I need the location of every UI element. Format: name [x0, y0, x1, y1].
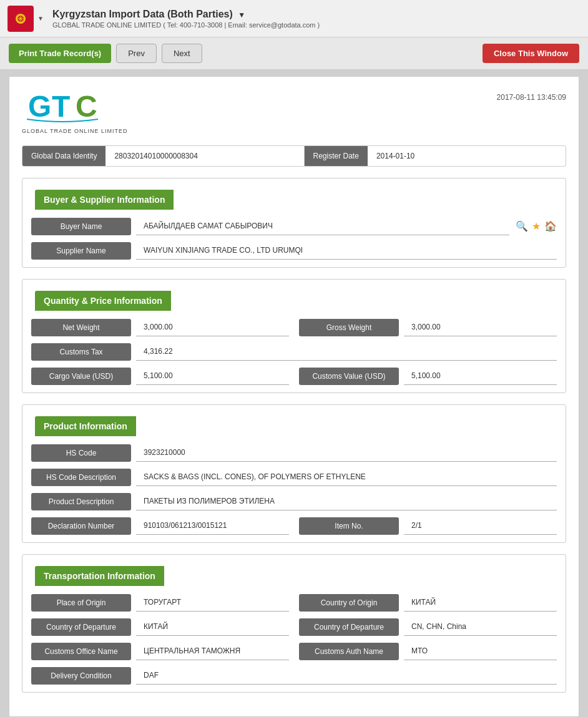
customs-auth-item: Customs Auth Name МТО: [299, 642, 557, 660]
prev-button[interactable]: Prev: [116, 44, 157, 63]
supplier-name-row: Supplier Name WAIYUN XINJIANG TRADE CO.,…: [31, 241, 557, 260]
place-origin-label: Place of Origin: [31, 594, 131, 612]
net-weight-value: 3,000.00: [136, 318, 289, 336]
item-no-value: 2/1: [404, 517, 557, 535]
hs-code-label: HS Code: [31, 444, 131, 462]
gross-weight-value: 3,000.00: [404, 318, 557, 336]
customs-tax-label: Customs Tax: [31, 343, 131, 361]
print-button[interactable]: Print Trade Record(s): [9, 44, 111, 63]
quantity-price-section: Quantity & Price Information Net Weight …: [22, 279, 566, 393]
page-title: Kyrgyzstan Import Data (Both Parties) ▼: [52, 9, 581, 20]
departure-row: Country of Departure КИТАЙ Country of De…: [31, 618, 557, 636]
transportation-body: Place of Origin ТОРУГАРТ Country of Orig…: [22, 586, 566, 692]
customs-auth-value: МТО: [404, 642, 557, 660]
product-desc-label: Product Description: [31, 493, 131, 510]
country-origin-value: КИТАЙ: [404, 593, 557, 612]
top-bar: ▼ Kyrgyzstan Import Data (Both Parties) …: [0, 0, 588, 37]
customs-office-item: Customs Office Name ЦЕНТРАЛЬНАЯ ТАМОЖНЯ: [31, 642, 289, 660]
svg-text:C: C: [76, 90, 97, 123]
search-icon[interactable]: 🔍: [516, 220, 528, 232]
flag-dropdown-arrow[interactable]: ▼: [37, 15, 44, 22]
company-name: GLOBAL TRADE ONLINE LIMITED: [22, 128, 128, 134]
country-departure2-value: CN, CHN, China: [404, 618, 557, 636]
customs-office-value: ЦЕНТРАЛЬНАЯ ТАМОЖНЯ: [136, 642, 289, 660]
transportation-title: Transportation Information: [35, 566, 164, 586]
datetime: 2017-08-11 13:45:09: [497, 93, 566, 102]
country-origin-label: Country of Origin: [299, 594, 399, 612]
cargo-value-item: Cargo Value (USD) 5,100.00: [31, 367, 289, 385]
declaration-item: Declaration Number 910103/061213/0015121: [31, 517, 289, 535]
buyer-supplier-body: Buyer Name АБАЙЫЛДАЕВ САМАТ САБЫРОВИЧ 🔍 …: [22, 210, 566, 267]
register-date-value: 2014-01-10: [368, 146, 566, 166]
transportation-section: Transportation Information Place of Orig…: [22, 554, 566, 693]
country-origin-item: Country of Origin КИТАЙ: [299, 593, 557, 612]
product-title: Product Information: [35, 416, 136, 436]
country-departure-label: Country of Departure: [31, 618, 131, 636]
next-button[interactable]: Next: [162, 44, 202, 63]
product-desc-value: ПАКЕТЫ ИЗ ПОЛИМЕРОВ ЭТИЛЕНА: [136, 492, 557, 510]
net-weight-label: Net Weight: [31, 319, 131, 336]
main-content: G T C GLOBAL TRADE ONLINE LIMITED 2017-0…: [9, 76, 579, 717]
delivery-label: Delivery Condition: [31, 667, 131, 685]
star-icon[interactable]: ★: [532, 220, 541, 232]
declaration-row: Declaration Number 910103/061213/0015121…: [31, 517, 557, 535]
identity-row: Global Data Identity 2803201401000000830…: [22, 145, 566, 167]
declaration-value: 910103/061213/0015121: [136, 517, 289, 535]
quantity-price-title: Quantity & Price Information: [35, 291, 171, 311]
customs-value-label: Customs Value (USD): [299, 368, 399, 385]
delivery-value: DAF: [136, 666, 557, 685]
customs-auth-label: Customs Auth Name: [299, 643, 399, 660]
buyer-name-row: Buyer Name АБАЙЫЛДАЕВ САМАТ САБЫРОВИЧ 🔍 …: [31, 217, 557, 235]
hs-desc-label: HS Code Description: [31, 469, 131, 486]
customs-tax-row: Customs Tax 4,316.22: [31, 343, 557, 361]
country-departure2-label: Country of Departure: [299, 618, 399, 636]
svg-text:T: T: [52, 90, 70, 123]
quantity-price-body: Net Weight 3,000.00 Gross Weight 3,000.0…: [22, 311, 566, 393]
hs-code-row: HS Code 3923210000: [31, 444, 557, 462]
hs-desc-row: HS Code Description SACKS & BAGS (INCL. …: [31, 468, 557, 486]
header-title-block: Kyrgyzstan Import Data (Both Parties) ▼ …: [52, 9, 581, 29]
svg-text:G: G: [28, 90, 51, 123]
gross-weight-label: Gross Weight: [299, 319, 399, 336]
hs-desc-value: SACKS & BAGS (INCL. CONES), OF POLYMERS …: [136, 468, 557, 486]
global-data-value: 28032014010000008304: [105, 146, 304, 166]
flag-icon: [7, 6, 34, 32]
customs-row: Customs Office Name ЦЕНТРАЛЬНАЯ ТАМОЖНЯ …: [31, 642, 557, 660]
customs-value-item: Customs Value (USD) 5,100.00: [299, 367, 557, 385]
register-date-label: Register Date: [305, 146, 368, 166]
country-departure-item: Country of Departure КИТАЙ: [31, 618, 289, 636]
buyer-supplier-title: Buyer & Supplier Information: [35, 190, 174, 210]
supplier-name-label: Supplier Name: [31, 242, 131, 260]
company-logo: G T C: [22, 89, 103, 127]
buyer-supplier-section: Buyer & Supplier Information Buyer Name …: [22, 178, 566, 268]
weight-row: Net Weight 3,000.00 Gross Weight 3,000.0…: [31, 318, 557, 336]
supplier-name-value: WAIYUN XINJIANG TRADE CO., LTD URUMQI: [136, 241, 557, 260]
cargo-value-value: 5,100.00: [136, 367, 289, 385]
place-origin-item: Place of Origin ТОРУГАРТ: [31, 593, 289, 612]
item-no-item: Item No. 2/1: [299, 517, 557, 535]
global-data-label: Global Data Identity: [22, 146, 105, 166]
page-subtitle: GLOBAL TRADE ONLINE LIMITED ( Tel: 400-7…: [52, 21, 581, 29]
home-icon[interactable]: 🏠: [544, 220, 557, 232]
declaration-label: Declaration Number: [31, 517, 131, 535]
toolbar: Print Trade Record(s) Prev Next Close Th…: [0, 37, 588, 70]
gross-weight-item: Gross Weight 3,000.00: [299, 318, 557, 336]
product-desc-row: Product Description ПАКЕТЫ ИЗ ПОЛИМЕРОВ …: [31, 492, 557, 510]
logo-row: G T C GLOBAL TRADE ONLINE LIMITED 2017-0…: [22, 89, 566, 134]
logo-area: G T C GLOBAL TRADE ONLINE LIMITED: [22, 89, 128, 134]
customs-value-value: 5,100.00: [404, 367, 557, 385]
country-departure2-item: Country of Departure CN, CHN, China: [299, 618, 557, 636]
customs-tax-value: 4,316.22: [136, 343, 557, 361]
country-departure-value: КИТАЙ: [136, 618, 289, 636]
buyer-name-value: АБАЙЫЛДАЕВ САМАТ САБЫРОВИЧ: [136, 217, 509, 235]
product-body: HS Code 3923210000 HS Code Description S…: [22, 436, 566, 542]
close-button[interactable]: Close This Window: [483, 44, 579, 63]
cargo-value-label: Cargo Value (USD): [31, 368, 131, 385]
place-origin-value: ТОРУГАРТ: [136, 593, 289, 612]
delivery-row: Delivery Condition DAF: [31, 666, 557, 685]
value-row: Cargo Value (USD) 5,100.00 Customs Value…: [31, 367, 557, 385]
net-weight-item: Net Weight 3,000.00: [31, 318, 289, 336]
buyer-name-label: Buyer Name: [31, 218, 131, 235]
title-arrow: ▼: [238, 11, 245, 19]
buyer-action-icons: 🔍 ★ 🏠: [516, 220, 557, 232]
